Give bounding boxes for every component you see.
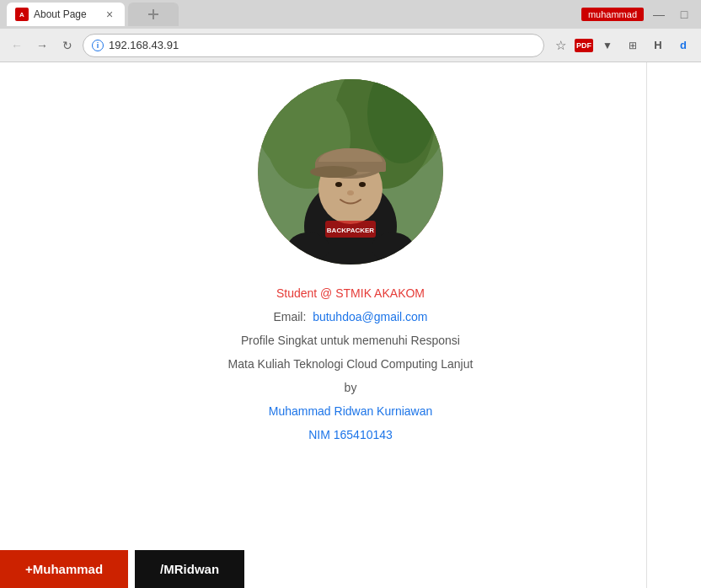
svg-rect-1 xyxy=(148,13,158,15)
forward-button[interactable]: → xyxy=(32,35,52,56)
svg-point-13 xyxy=(310,166,357,178)
profile-photo: BACKPACKER xyxy=(258,79,443,265)
toolbar: ← → ↻ i 192.168.43.91 ☆ PDF ▼ ⊞ H d xyxy=(0,29,701,62)
svg-point-15 xyxy=(359,182,366,187)
description-line2: Mata Kuliah Teknologi Cloud Computing La… xyxy=(228,352,474,376)
email-line: Email: butuhdoa@gmail.com xyxy=(228,305,474,329)
toolbar-icons: ☆ PDF ▼ ⊞ H d xyxy=(549,35,694,56)
email-label: Email: xyxy=(273,310,306,323)
filter-icon[interactable]: ▼ xyxy=(597,35,618,56)
svg-text:BACKPACKER: BACKPACKER xyxy=(327,227,375,234)
nim-value: 165410143 xyxy=(334,428,393,441)
url-text: 192.168.43.91 xyxy=(109,39,179,51)
pdf-extension-icon[interactable]: PDF xyxy=(575,39,593,52)
user-menu[interactable]: muhammad xyxy=(581,8,644,21)
address-bar[interactable]: i 192.168.43.91 xyxy=(83,34,544,57)
muhammad-button[interactable]: +Muhammad xyxy=(0,550,128,588)
browser-chrome: A About Page × muhammad — □ ← → ↻ i 192.… xyxy=(0,0,701,62)
bottom-buttons: +Muhammad /MRidwan xyxy=(0,550,244,588)
student-line: Student @ STMIK AKAKOM xyxy=(228,281,474,305)
extension-d-icon[interactable]: d xyxy=(672,35,694,56)
author-name: Muhammad Ridwan Kurniawan xyxy=(228,399,474,423)
page-layout: BACKPACKER Student @ STMIK AKAKOM Email:… xyxy=(0,62,701,588)
maximize-button[interactable]: □ xyxy=(674,4,694,24)
nim-label: NIM xyxy=(308,428,330,441)
security-info-icon: i xyxy=(92,40,104,51)
svg-point-14 xyxy=(335,182,342,187)
reload-button[interactable]: ↻ xyxy=(57,35,78,56)
tab-close-button[interactable]: × xyxy=(103,8,116,21)
description-line1: Profile Singkat untuk memenuhi Responsi xyxy=(228,329,474,352)
svg-point-20 xyxy=(372,233,414,263)
grid-icon[interactable]: ⊞ xyxy=(622,35,644,56)
history-icon[interactable]: H xyxy=(647,35,669,56)
minimize-button[interactable]: — xyxy=(649,4,669,24)
email-link[interactable]: butuhdoa@gmail.com xyxy=(313,310,427,323)
back-button[interactable]: ← xyxy=(7,35,27,56)
institution-link[interactable]: STMIK AKAKOM xyxy=(335,286,425,300)
nim-display: NIM 165410143 xyxy=(228,423,474,446)
bookmark-star-icon[interactable]: ☆ xyxy=(549,35,571,56)
tab-title: About Page xyxy=(34,8,87,20)
active-tab[interactable]: A About Page × xyxy=(7,3,125,26)
student-prefix: Student @ xyxy=(276,286,335,300)
tab-favicon: A xyxy=(15,8,29,21)
tab-bar: A About Page × muhammad — □ xyxy=(0,0,701,29)
mridwan-button[interactable]: /MRidwan xyxy=(135,550,244,588)
new-tab-button[interactable] xyxy=(128,3,179,26)
sidebar-right xyxy=(646,62,701,588)
main-content: BACKPACKER Student @ STMIK AKAKOM Email:… xyxy=(0,62,701,588)
profile-info: Student @ STMIK AKAKOM Email: butuhdoa@g… xyxy=(228,281,474,446)
svg-point-19 xyxy=(287,233,329,263)
svg-point-16 xyxy=(347,190,354,195)
by-text: by xyxy=(228,376,474,399)
